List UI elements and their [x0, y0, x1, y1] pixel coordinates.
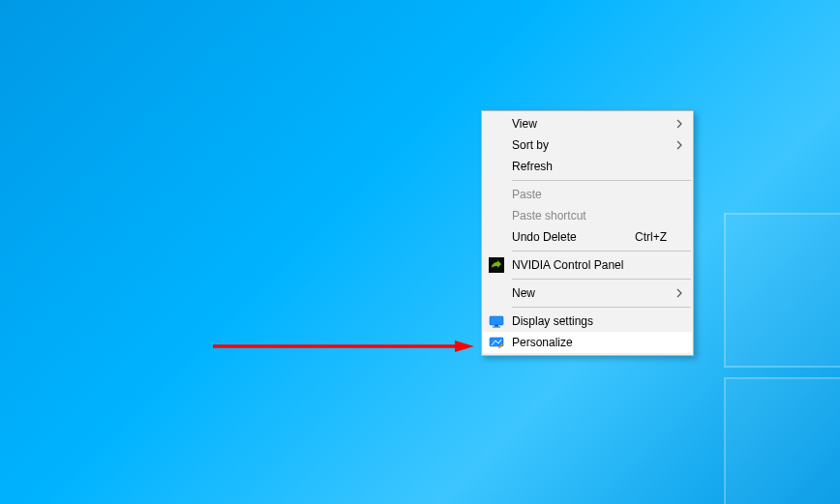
menu-item-nvidia-control-panel[interactable]: NVIDIA Control Panel: [483, 254, 692, 276]
annotation-arrow-icon: [213, 341, 474, 352]
menu-item-personalize[interactable]: Personalize: [483, 332, 692, 353]
display-settings-icon: [489, 313, 504, 329]
menu-separator: [512, 180, 691, 181]
menu-item-new[interactable]: New: [483, 282, 692, 304]
menu-item-undo-delete[interactable]: Undo Delete Ctrl+Z: [483, 226, 692, 248]
wallpaper-decor: [724, 377, 840, 504]
menu-label: Sort by: [512, 138, 667, 152]
menu-item-display-settings[interactable]: Display settings: [483, 311, 692, 332]
menu-label: Refresh: [512, 160, 667, 173]
menu-separator: [512, 307, 691, 308]
menu-separator: [512, 279, 691, 280]
menu-label: New: [512, 286, 667, 300]
desktop-background[interactable]: View Sort by Refresh Paste Paste shortcu…: [0, 0, 840, 504]
svg-rect-2: [495, 325, 498, 327]
menu-label: NVIDIA Control Panel: [512, 258, 667, 272]
menu-label: View: [512, 117, 667, 131]
svg-rect-3: [493, 327, 500, 328]
svg-rect-1: [490, 316, 503, 325]
svg-marker-6: [455, 341, 474, 352]
chevron-right-icon: [676, 288, 682, 298]
menu-item-sort-by[interactable]: Sort by: [483, 134, 692, 156]
menu-item-paste: Paste: [483, 184, 692, 205]
menu-item-refresh[interactable]: Refresh: [483, 156, 692, 177]
menu-item-paste-shortcut: Paste shortcut: [483, 205, 692, 226]
chevron-right-icon: [676, 140, 682, 150]
chevron-right-icon: [676, 119, 682, 129]
desktop-context-menu: View Sort by Refresh Paste Paste shortcu…: [481, 110, 694, 356]
menu-label: Paste: [512, 188, 667, 201]
nvidia-icon: [489, 257, 504, 273]
wallpaper-decor: [724, 213, 840, 368]
menu-separator: [512, 251, 691, 252]
menu-label: Paste shortcut: [512, 209, 667, 222]
menu-label: Display settings: [512, 314, 667, 328]
menu-item-view[interactable]: View: [483, 113, 692, 134]
personalize-icon: [489, 335, 504, 350]
menu-shortcut: Ctrl+Z: [635, 230, 667, 244]
menu-label: Undo Delete: [512, 230, 635, 244]
menu-label: Personalize: [512, 336, 667, 349]
